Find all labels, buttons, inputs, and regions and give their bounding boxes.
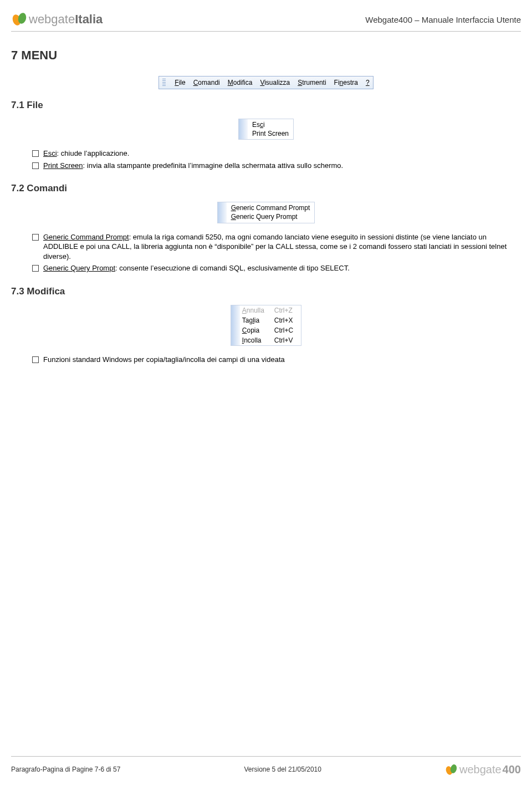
brand-header: webgateItalia	[11, 11, 103, 28]
comandi-bullet-list: Generic Command Prompt: emula la riga co…	[32, 232, 521, 275]
comandi-submenu-screenshot: Generic Command Prompt Generic Query Pro…	[217, 202, 315, 223]
h1-menu: 7 MENU	[11, 47, 521, 64]
footer: Paragrafo-Pagina di Pagine 7-6 di 57 Ver…	[11, 756, 521, 777]
brand-footer-bold: 400	[503, 762, 521, 777]
footer-center: Versione 5 del 21/05/2010	[244, 765, 321, 774]
brand-footer: webgate400	[445, 762, 521, 777]
menubar-item: Comandi	[193, 78, 220, 87]
submenu-strip-icon	[239, 119, 248, 139]
submenu-label: Incolla	[240, 335, 272, 345]
submenu-strip-icon	[218, 202, 227, 222]
submenu-shortcut: Ctrl+Z	[272, 305, 301, 315]
term-rest: Funzioni standard Windows per copia/tagl…	[43, 355, 285, 364]
list-item: Generic Query Prompt: consente l’esecuzi…	[32, 263, 521, 275]
submenu-item: Generic Command Prompt	[231, 203, 310, 212]
submenu-shortcut: Ctrl+C	[272, 325, 301, 335]
menubar-item: Finestra	[334, 78, 358, 87]
header: webgateItalia Webgate400 – Manuale Inter…	[11, 11, 521, 28]
footer-left: Paragrafo-Pagina di Pagine 7-6 di 57	[11, 765, 120, 774]
term-rest: : invia alla stampante predefinita l’imm…	[83, 161, 344, 170]
h2-modifica: 7.3 Modifica	[11, 285, 521, 298]
submenu-strip-icon	[231, 305, 240, 346]
h2-comandi: 7.2 Comandi	[11, 182, 521, 195]
modifica-bullet-list: Funzioni standard Windows per copia/tagl…	[32, 355, 521, 367]
menubar-item: ?	[366, 78, 370, 87]
submenu-label: Annulla	[240, 305, 272, 315]
footer-divider	[11, 756, 521, 757]
header-divider	[11, 31, 521, 32]
term-rest: : chiude l’applicazione.	[57, 149, 130, 157]
menubar-item: Visualizza	[260, 78, 290, 87]
submenu-row: AnnullaCtrl+Z	[240, 305, 301, 315]
submenu-shortcut: Ctrl+X	[272, 315, 301, 325]
menubar-item: Modifica	[228, 78, 253, 87]
h2-file: 7.1 File	[11, 99, 521, 112]
brand-text-bold: Italia	[75, 12, 103, 26]
brand-footer-plain: webgate	[459, 762, 502, 777]
term-rest: : consente l’esecuzione di comandi SQL, …	[115, 264, 350, 272]
file-bullet-list: Esci: chiude l’applicazione. Print Scree…	[32, 149, 521, 172]
submenu-label: Copia	[240, 325, 272, 335]
list-item: Esci: chiude l’applicazione.	[32, 149, 521, 161]
menubar-item: File	[175, 78, 185, 87]
document-title: Webgate400 – Manuale Interfaccia Utente	[365, 14, 521, 28]
page: webgateItalia Webgate400 – Manuale Inter…	[0, 0, 532, 785]
list-item: Funzioni standard Windows per copia/tagl…	[32, 355, 521, 367]
webgate-logo-icon	[11, 11, 28, 28]
term: Generic Command Prompt	[43, 233, 129, 241]
submenu-row: CopiaCtrl+C	[240, 325, 301, 335]
webgate-logo-icon	[445, 763, 458, 777]
grip-icon	[162, 79, 166, 86]
submenu-row: IncollaCtrl+V	[240, 335, 301, 345]
submenu-row: TagliaCtrl+X	[240, 315, 301, 325]
term: Generic Query Prompt	[43, 264, 115, 272]
list-item: Generic Command Prompt: emula la riga co…	[32, 232, 521, 264]
submenu-label: Taglia	[240, 315, 272, 325]
submenu-shortcut: Ctrl+V	[272, 335, 301, 345]
brand-text-plain: webgate	[29, 12, 75, 26]
term: Print Screen	[43, 161, 83, 170]
menubar-screenshot: File Comandi Modifica Visualizza Strumen…	[158, 76, 373, 89]
list-item: Print Screen: invia alla stampante prede…	[32, 161, 521, 173]
file-submenu-screenshot: Esci Print Screen	[238, 119, 294, 140]
term: Esci	[43, 149, 57, 157]
submenu-item: Print Screen	[252, 129, 289, 138]
modifica-submenu-screenshot: AnnullaCtrl+Z TagliaCtrl+X CopiaCtrl+C I…	[231, 305, 301, 346]
menubar-item: Strumenti	[298, 78, 326, 87]
submenu-item: Generic Query Prompt	[231, 212, 310, 221]
brand-text: webgateItalia	[29, 11, 103, 28]
submenu-item: Esci	[252, 120, 289, 129]
